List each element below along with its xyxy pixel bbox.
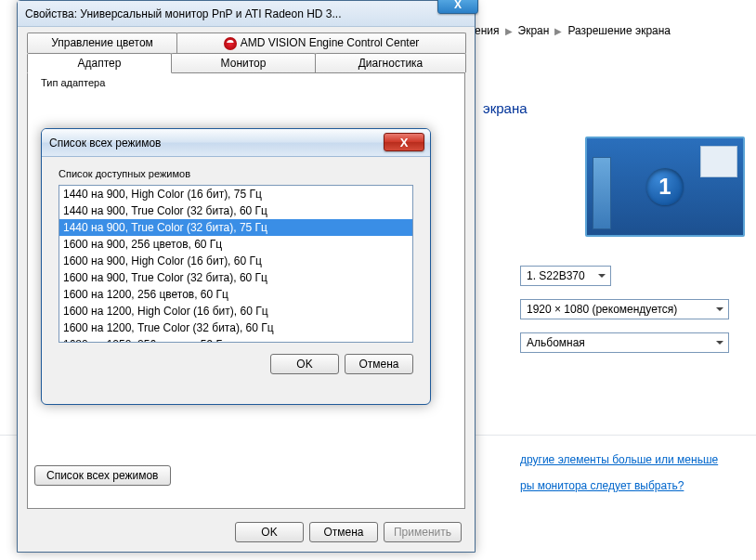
breadcrumb-item[interactable]: Экран — [518, 24, 550, 37]
dialog-title: Свойства: Универсальный монитор PnP и AT… — [25, 7, 342, 20]
tab-strip-row2: Адаптер Монитор Диагностика — [18, 53, 475, 72]
mode-list-item[interactable]: 1680 на 1050, 256 цветов, 59 Гц — [59, 336, 412, 343]
close-icon: X — [400, 136, 409, 150]
mode-list-item[interactable]: 1600 на 900, 256 цветов, 60 Гц — [59, 236, 412, 253]
dialog-title: Список всех режимов — [49, 137, 162, 150]
ok-button[interactable]: OK — [235, 522, 304, 542]
mode-list-item[interactable]: 1440 на 900, True Color (32 бита), 75 Гц — [59, 219, 412, 236]
ok-button[interactable]: OK — [270, 354, 339, 374]
amd-icon — [224, 37, 237, 50]
close-button[interactable]: X — [437, 0, 478, 14]
breadcrumb-item[interactable]: Разрешение экрана — [567, 24, 671, 37]
tab-diagnostics[interactable]: Диагностика — [315, 53, 466, 72]
monitor-preview[interactable]: 1 — [585, 137, 745, 237]
all-modes-dialog: Список всех режимов X Список доступных р… — [41, 128, 431, 405]
tab-monitor[interactable]: Монитор — [171, 53, 316, 72]
tab-amd-control-center[interactable]: AMD VISION Engine Control Center — [176, 33, 466, 53]
modes-listbox[interactable]: 1440 на 900, High Color (16 бит), 75 Гц1… — [59, 185, 413, 343]
mode-list-item[interactable]: 1440 на 900, High Color (16 бит), 75 Гц — [59, 186, 412, 202]
mode-list-item[interactable]: 1600 на 900, True Color (32 бита), 60 Гц — [59, 269, 412, 286]
resolution-dropdown[interactable]: 1920 × 1080 (рекомендуется) — [520, 299, 729, 319]
apply-button: Применить — [384, 522, 462, 542]
dialog-body: Список доступных режимов 1440 на 900, Hi… — [42, 157, 430, 385]
display-dropdown[interactable]: 1. S22B370 — [520, 266, 611, 286]
breadcrumb[interactable]: ления ▶ Экран ▶ Разрешение экрана — [468, 20, 671, 41]
mode-list-item[interactable]: 1600 на 1200, 256 цветов, 60 Гц — [59, 286, 412, 303]
dialog-button-row: OK Отмена Применить — [235, 522, 462, 542]
preview-window — [700, 146, 737, 177]
mode-list-item[interactable]: 1600 на 900, High Color (16 бит), 60 Гц — [59, 253, 412, 269]
orientation-dropdown[interactable]: Альбомная — [520, 332, 729, 353]
chevron-right-icon: ▶ — [554, 26, 562, 36]
text-size-link[interactable]: другие элементы больше или меньше — [520, 453, 718, 466]
mode-list-item[interactable]: 1600 на 1200, High Color (16 бит), 60 Гц — [59, 303, 412, 319]
cancel-button[interactable]: Отмена — [309, 522, 378, 542]
mode-list-item[interactable]: 1440 на 900, True Color (32 бита), 60 Гц — [59, 202, 412, 219]
mode-list-item[interactable]: 1600 на 1200, True Color (32 бита), 60 Г… — [59, 319, 412, 336]
tab-color-management[interactable]: Управление цветом — [27, 33, 177, 53]
monitor-help-link[interactable]: ры монитора следует выбрать? — [520, 479, 684, 492]
dialog-titlebar[interactable]: Список всех режимов X — [42, 129, 430, 157]
tab-adapter[interactable]: Адаптер — [27, 53, 172, 73]
adapter-type-group-label: Тип адаптера — [41, 77, 105, 88]
chevron-right-icon: ▶ — [505, 26, 513, 36]
preview-sidebar — [593, 157, 611, 229]
page-title: экрана — [483, 100, 528, 116]
available-modes-label: Список доступных режимов — [59, 168, 413, 179]
monitor-number-badge: 1 — [646, 168, 684, 205]
dialog-titlebar[interactable]: Свойства: Универсальный монитор PnP и AT… — [18, 1, 475, 27]
tab-label: AMD VISION Engine Control Center — [241, 36, 420, 49]
dialog-button-row: OK Отмена — [59, 354, 413, 374]
close-button[interactable]: X — [384, 133, 424, 151]
close-icon: X — [454, 0, 462, 11]
cancel-button[interactable]: Отмена — [345, 354, 413, 374]
tab-strip-row1: Управление цветом AMD VISION Engine Cont… — [18, 27, 475, 53]
list-all-modes-button[interactable]: Список всех режимов — [34, 465, 171, 486]
